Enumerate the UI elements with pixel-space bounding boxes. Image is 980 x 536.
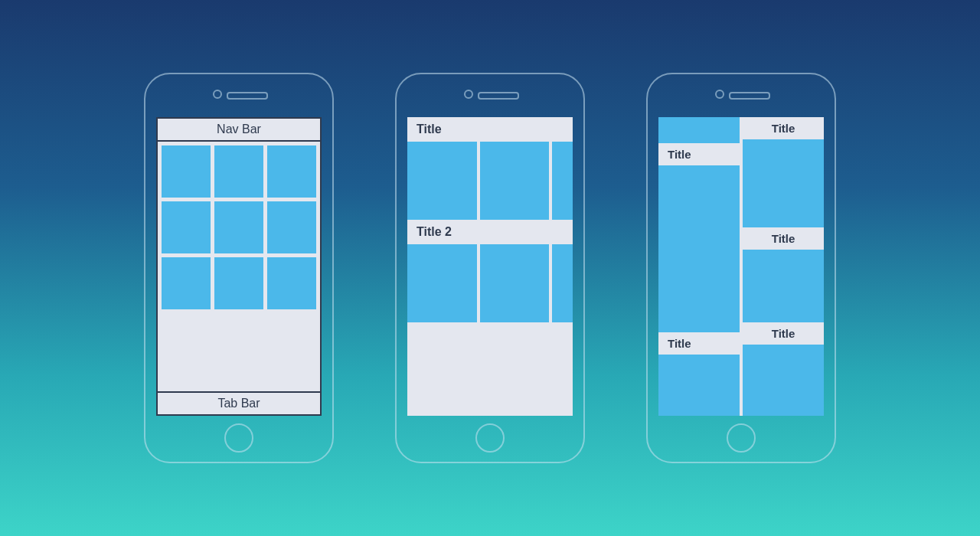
grid-cell[interactable] (214, 257, 263, 309)
masonry-title: Title (743, 322, 824, 345)
row-cell[interactable] (552, 244, 573, 322)
phone-wireframe-grid: Nav Bar Tab Bar (144, 73, 334, 463)
masonry-block[interactable] (658, 117, 740, 143)
grid-cell[interactable] (267, 257, 316, 309)
masonry-title: Title (658, 332, 740, 355)
masonry-block[interactable] (658, 355, 740, 416)
phone-wireframe-masonry: Title Title Title Title Title (646, 73, 836, 463)
screen-grid: Nav Bar Tab Bar (156, 117, 322, 416)
section-row (407, 142, 573, 220)
section-header: Title (407, 117, 573, 142)
nav-bar[interactable]: Nav Bar (158, 119, 320, 142)
phone-wireframe-sections: Title Title 2 (395, 73, 585, 463)
masonry-block[interactable] (658, 165, 740, 332)
row-cell[interactable] (407, 244, 477, 322)
row-cell[interactable] (480, 244, 550, 322)
masonry-block[interactable] (743, 345, 824, 416)
masonry-title: Title (743, 227, 824, 250)
screen-masonry: Title Title Title Title Title (658, 117, 824, 416)
grid-cell[interactable] (162, 257, 211, 309)
grid-cell[interactable] (267, 145, 316, 198)
tab-bar[interactable]: Tab Bar (158, 391, 320, 414)
masonry-block[interactable] (743, 250, 824, 322)
home-button-icon (727, 423, 756, 453)
masonry-title: Title (658, 143, 740, 165)
masonry-block[interactable] (743, 139, 824, 227)
row-cell[interactable] (407, 142, 477, 220)
grid-cell[interactable] (162, 145, 211, 198)
grid-cell[interactable] (162, 201, 211, 253)
section-header: Title 2 (407, 220, 573, 244)
home-button-icon (224, 423, 253, 453)
screen-sections: Title Title 2 (407, 117, 573, 416)
section-row (407, 244, 573, 322)
row-cell[interactable] (480, 142, 550, 220)
home-button-icon (475, 423, 505, 453)
grid-3x3 (158, 142, 320, 313)
grid-cell[interactable] (214, 201, 263, 253)
grid-cell[interactable] (214, 145, 263, 198)
grid-cell[interactable] (267, 201, 316, 253)
masonry-title: Title (743, 117, 824, 139)
row-cell[interactable] (552, 142, 573, 220)
